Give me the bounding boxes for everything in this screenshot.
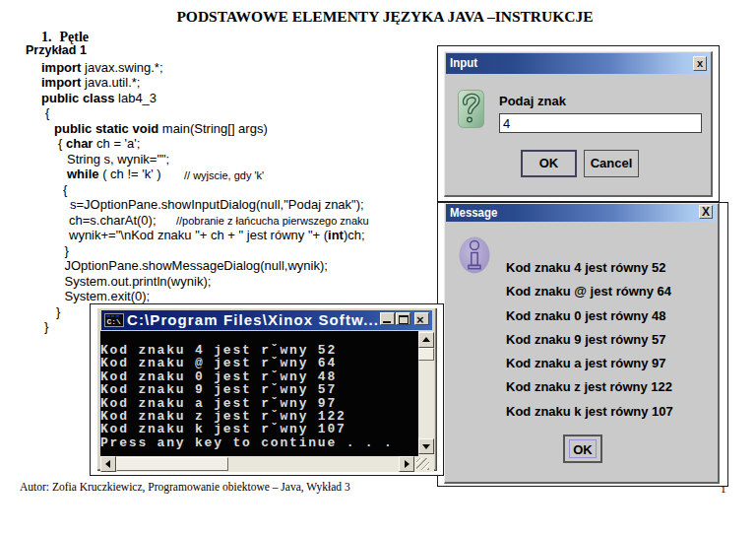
svg-text:C:\: C:\ — [107, 317, 122, 326]
